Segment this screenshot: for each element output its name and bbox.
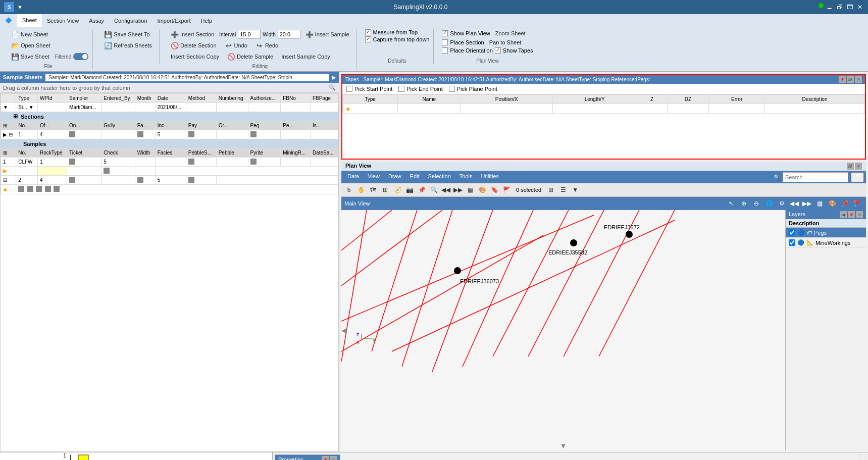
scroll-down-btn[interactable]: ▼	[560, 442, 567, 450]
pan-to-sheet-button[interactable]: Pan to Sheet	[486, 38, 525, 46]
show-tapes-checkbox[interactable]	[495, 47, 501, 54]
close-button[interactable]: ✕	[856, 3, 864, 11]
width-input[interactable]	[278, 30, 300, 39]
grid-container[interactable]: Type WPId Sampler Entered_By Month Date …	[0, 93, 339, 452]
plan-menu-selection[interactable]: Selection	[424, 172, 455, 182]
samp-datesa[interactable]: DateSa...	[310, 148, 338, 158]
insert-section-copy-button[interactable]: Insert Section Copy	[168, 53, 222, 61]
redo-button[interactable]: ↪ Redo	[252, 40, 281, 50]
view-tool-globe[interactable]: 🌐	[763, 198, 775, 209]
samp-pebble[interactable]: Pebble	[216, 148, 248, 158]
col-numbering[interactable]: Numbering	[216, 94, 248, 103]
plan-view-close-button[interactable]: ✕	[855, 163, 862, 170]
plan-tool-table[interactable]: ▦	[465, 184, 476, 195]
tc-length[interactable]: Length/Y	[552, 95, 637, 104]
show-plan-view-checkbox[interactable]	[442, 30, 448, 36]
sc-of[interactable]: Of...	[38, 121, 67, 130]
view-tool-color[interactable]: 🎨	[827, 198, 838, 209]
sc-gully[interactable]: Gully	[101, 121, 135, 130]
col-fbno[interactable]: FBNo	[281, 94, 311, 103]
col-type[interactable]: Type	[16, 94, 38, 103]
sheet-expand-button[interactable]: ▶	[332, 74, 336, 81]
tc-z[interactable]: Z	[637, 95, 667, 104]
plan-tool-palette[interactable]: 🎨	[477, 184, 488, 195]
samp-pyrite[interactable]: Pyrite	[248, 148, 281, 158]
view-tool-cursor[interactable]: ↖	[726, 198, 737, 209]
view-tool-zoomin[interactable]: ⊕	[738, 198, 749, 209]
place-section-checkbox[interactable]	[442, 39, 448, 45]
place-section-label[interactable]: Place Section	[442, 39, 484, 45]
row-expand[interactable]: ▼	[1, 103, 16, 112]
delete-section-button[interactable]: 🚫 Delete Section	[168, 40, 220, 50]
show-plan-view-label[interactable]: Show Plan View	[442, 30, 490, 36]
layer-mineworkings[interactable]: 🔵 📐 MineWorkings	[786, 238, 866, 248]
plan-tool-map[interactable]: 🗺	[368, 184, 379, 195]
plan-help-button[interactable]: ?	[851, 172, 864, 182]
pick-plane-point-checkbox[interactable]	[449, 86, 455, 92]
search-icon[interactable]: 🔍	[329, 84, 336, 91]
plan-tool-arrow-right[interactable]: ▶▶	[452, 184, 464, 195]
plan-tool-hand[interactable]: ✋	[355, 184, 367, 195]
pick-plane-point-label[interactable]: Pick Plane Point	[449, 86, 497, 92]
tapes-grid[interactable]: Type Name Position/X Length/Y Z DZ Error…	[342, 94, 865, 159]
plan-menu-data[interactable]: Data	[343, 172, 363, 182]
undo-button[interactable]: ↩ Undo	[222, 40, 250, 50]
sc-or[interactable]: Or...	[216, 121, 248, 130]
insert-sample-copy-button[interactable]: Insert Sample Copy	[278, 53, 333, 61]
tc-type[interactable]: Type	[343, 95, 398, 104]
plan-menu-draw[interactable]: Draw	[384, 172, 405, 182]
plan-menu-edit[interactable]: Edit	[406, 172, 424, 182]
interval-input[interactable]	[238, 30, 261, 39]
insert-section-button[interactable]: ➕ Insert Section	[168, 29, 217, 39]
view-tool-pin2[interactable]: 📌	[839, 198, 850, 209]
col-authorize[interactable]: Authorize...	[248, 94, 281, 103]
plan-tool-grid[interactable]: ⊞	[380, 184, 391, 195]
resize-grip[interactable]: ⋮⋮	[857, 453, 868, 460]
menu-assay[interactable]: Assay	[84, 14, 109, 27]
measure-from-top-label[interactable]: Measure from Top	[365, 29, 418, 35]
properties-pin-btn[interactable]: 📌	[322, 456, 329, 460]
zoom-sheet-button[interactable]: Zoom Sheet	[492, 29, 529, 37]
layers-left-btn[interactable]: ◀	[840, 211, 847, 218]
samp-pebbles[interactable]: PebbleS...	[186, 148, 216, 158]
measure-from-top-checkbox[interactable]	[365, 29, 371, 35]
tc-dz[interactable]: DZ	[667, 95, 709, 104]
maximize-button[interactable]: 🗖	[846, 3, 854, 11]
samp-rocktype[interactable]: RockType	[38, 148, 67, 158]
s2-expand[interactable]: ⊟	[1, 176, 16, 185]
layer-pegs-checkbox[interactable]	[789, 229, 795, 236]
tc-error[interactable]: Error	[709, 95, 765, 104]
tapes-restore-button[interactable]: 🗗	[847, 76, 854, 83]
plan-tool-pin[interactable]: 📌	[416, 184, 427, 195]
view-tool-settings[interactable]: ⚙	[776, 198, 787, 209]
col-sampler[interactable]: Sampler	[67, 94, 101, 103]
layers-close-btn[interactable]: ✕	[856, 211, 863, 218]
tapes-pin-button[interactable]: 📌	[839, 76, 846, 83]
plan-tool-bookmark[interactable]: 🔖	[489, 184, 500, 195]
place-orientation-label[interactable]: Place Orientation	[442, 47, 492, 54]
s1-expand[interactable]: ▶ ⊟	[1, 130, 16, 139]
sc-inc[interactable]: Inc...	[155, 121, 186, 130]
plan-tool-extra1[interactable]: ⊞	[545, 184, 556, 195]
plan-tool-cursor[interactable]: 🖱	[343, 184, 354, 195]
tapes-close-button[interactable]: ✕	[855, 76, 862, 83]
sc-peg[interactable]: Peg	[248, 121, 281, 130]
plan-menu-view[interactable]: View	[364, 172, 384, 182]
col-month[interactable]: Month	[135, 94, 155, 103]
menu-import-export[interactable]: Import/Export	[152, 14, 196, 27]
plan-map-canvas[interactable]: EDRIEEJ36073 EDRIEEJ35582 EDRIEEJ3572 z …	[341, 210, 785, 450]
col-wpid[interactable]: WPId	[38, 94, 67, 103]
plan-tool-flag[interactable]: 🚩	[501, 184, 512, 195]
tc-name[interactable]: Name	[397, 95, 461, 104]
samp-miningr[interactable]: MiningR...	[281, 148, 311, 158]
filtered-toggle[interactable]	[73, 53, 88, 60]
sc-pe[interactable]: Pe...	[281, 121, 311, 130]
plan-search-input[interactable]	[783, 172, 848, 182]
menu-help[interactable]: Help	[196, 14, 218, 27]
plan-menu-utilities[interactable]: Utilities	[477, 172, 503, 182]
capture-from-top-label[interactable]: Capture from top down	[365, 36, 430, 42]
open-sheet-button[interactable]: 📂 Open Sheet	[8, 40, 54, 50]
sc-fa[interactable]: Fa...	[135, 121, 155, 130]
plan-menu-tools[interactable]: Tools	[455, 172, 477, 182]
samp-width[interactable]: Width	[135, 148, 155, 158]
